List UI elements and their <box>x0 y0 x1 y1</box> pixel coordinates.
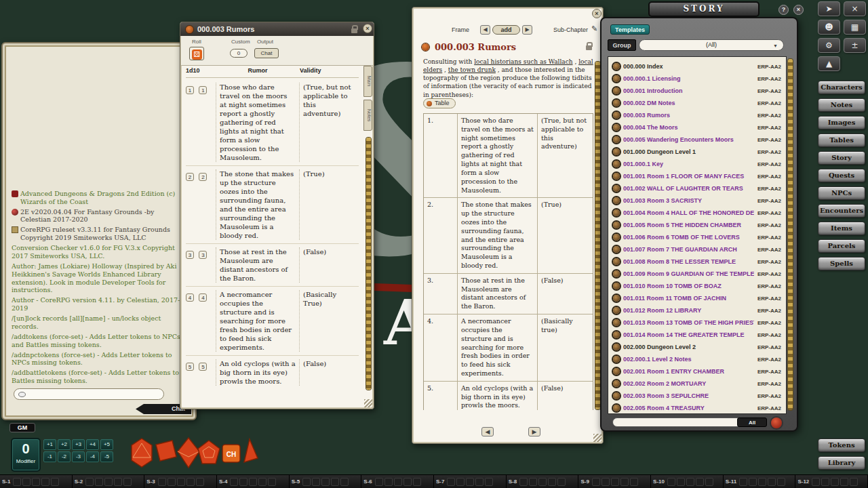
table-row[interactable]: 2 2 The stone that makes up the structur… <box>186 165 359 243</box>
help-button[interactable]: ? <box>778 5 789 15</box>
hotbar-slot[interactable] <box>41 478 50 486</box>
die-d20[interactable] <box>132 439 152 467</box>
hotbar-slot[interactable] <box>268 478 276 486</box>
list-item[interactable]: 000.001 Introduction ERP-AA2 <box>608 85 786 97</box>
collapse-tool-icon[interactable]: ▲ <box>818 56 840 71</box>
chat-input[interactable] <box>29 391 159 398</box>
list-item[interactable]: 002.000 Dungeon Level 2 ERP-AA2 <box>608 341 786 353</box>
list-item[interactable]: 001.004 Room 4 HALL OF THE HONORED DEAD … <box>608 207 786 219</box>
hotbar-slot[interactable] <box>466 478 474 486</box>
sidebar-button[interactable]: Items <box>818 222 865 235</box>
output-chat-button[interactable]: Chat <box>254 48 279 58</box>
die-d12[interactable] <box>198 441 220 464</box>
sidebar-button[interactable]: Spells <box>818 257 865 270</box>
die-d6[interactable] <box>156 441 176 461</box>
hotbar-slot[interactable] <box>705 478 713 486</box>
list-item[interactable]: 001.011 Room 11 TOMB OF JACHIN ERP-AA2 <box>608 292 786 304</box>
hotbar-slot[interactable] <box>258 478 267 486</box>
hotbar-slot[interactable] <box>123 478 132 486</box>
hotbar-slot[interactable] <box>302 478 311 486</box>
list-item[interactable]: 001.014 Room 14 THE GREATER TEMPLE ERP-A… <box>608 329 786 341</box>
hotbar-slot[interactable] <box>831 478 839 486</box>
hotbar-slot[interactable] <box>519 478 528 486</box>
hotbar-slot[interactable] <box>529 478 537 486</box>
hotbar-slot[interactable] <box>32 478 40 486</box>
scrollbar[interactable] <box>788 59 793 410</box>
list-item[interactable]: 001.013 Room 13 TOMB OF THE HIGH PRIEST … <box>608 317 786 329</box>
hotbar-slot[interactable] <box>840 478 848 486</box>
modifier-button[interactable]: -2 <box>58 451 71 462</box>
modifier-button[interactable]: -5 <box>100 451 113 462</box>
tab-main[interactable]: Main <box>363 66 372 97</box>
table-row[interactable]: 1 1 Those who dare travel on the moors a… <box>186 79 359 165</box>
list-item[interactable]: 000.003 Rumors ERP-AA2 <box>608 109 786 121</box>
modifier-box[interactable]: 0 Modifier <box>11 438 41 472</box>
sidebar-button[interactable]: Parcels <box>818 239 865 253</box>
scrollbar[interactable] <box>595 62 600 409</box>
calendar-tool-icon[interactable]: ▦ <box>844 20 866 35</box>
hotbar-slot[interactable] <box>394 478 402 486</box>
hotbar-slot[interactable] <box>22 478 31 486</box>
sidebar-button[interactable]: NPCs <box>818 186 865 200</box>
sidebar-button[interactable]: Tables <box>818 134 865 147</box>
modifier-button[interactable]: -3 <box>72 451 85 462</box>
hotbar-slot[interactable] <box>384 478 393 486</box>
characters-tool-icon[interactable]: ☻ <box>818 20 840 35</box>
options-gear-icon[interactable]: ⚙ <box>818 38 840 53</box>
hotbar-slot[interactable] <box>239 478 248 486</box>
list-item[interactable]: 000.000 Index ERP-AA2 <box>608 60 786 73</box>
list-item[interactable]: 000.005 Wandering Encounters Moors ERP-A… <box>608 134 786 146</box>
edit-pencil-icon[interactable]: ✎ <box>591 24 597 33</box>
sidebar-button[interactable]: Notes <box>818 98 865 112</box>
hotbar-slot[interactable] <box>312 478 320 486</box>
list-item[interactable]: 002.005 Room 4 TREASURY ERP-AA2 <box>608 402 786 414</box>
hotbar-slot[interactable] <box>167 478 176 486</box>
hotbar-slot[interactable] <box>696 478 704 486</box>
pointer-tool-icon[interactable]: ➤ <box>818 1 840 16</box>
page-prev-button[interactable]: ◀ <box>481 427 494 436</box>
list-item[interactable]: 001.012 Room 12 LIBRARY ERP-AA2 <box>608 304 786 317</box>
tab-notes[interactable]: Notes <box>363 100 372 131</box>
group-dropdown[interactable]: (All) ▼ <box>639 39 784 51</box>
modifier-button[interactable]: -4 <box>86 451 99 462</box>
hotbar-slot[interactable] <box>340 478 349 486</box>
templates-button[interactable]: Templates <box>610 24 650 35</box>
hotbar-slot[interactable] <box>331 478 339 486</box>
sidebar-button[interactable]: Library <box>818 456 865 470</box>
hotbar-slot[interactable] <box>538 478 547 486</box>
die-d4[interactable] <box>244 439 258 462</box>
modifiers-tool-icon[interactable]: ± <box>844 38 866 53</box>
close-button[interactable]: × <box>592 9 601 18</box>
filter-all-button[interactable]: All <box>737 418 767 427</box>
list-item[interactable]: 000.004 The Moors ERP-AA2 <box>608 121 786 134</box>
list-item[interactable]: 001.008 Room 8 THE LESSER TEMPLE ERP-AA2 <box>608 256 786 268</box>
hotbar-slot[interactable] <box>249 478 257 486</box>
list-item[interactable]: 002.000.1 Level 2 Notes ERP-AA2 <box>608 353 786 365</box>
list-item[interactable]: 001.003 Room 3 SACRISTY ERP-AA2 <box>608 195 786 207</box>
hotbar-slot[interactable] <box>677 478 685 486</box>
window-titlebar[interactable]: 000.003 Rumors <box>180 22 374 36</box>
hotbar-slot[interactable] <box>821 478 829 486</box>
hotbar-slot[interactable] <box>812 478 820 486</box>
hotbar-slot[interactable] <box>375 478 383 486</box>
hotbar-slot[interactable] <box>230 478 238 486</box>
list-item[interactable]: 002.003 Room 3 SEPULCHRE ERP-AA2 <box>608 390 786 402</box>
hotbar-slot[interactable] <box>749 478 757 486</box>
hotbar-slot[interactable] <box>485 478 493 486</box>
list-item[interactable]: 001.002 WALL OF LAUGHTER OR TEARS ERP-AA… <box>608 182 786 195</box>
close-button[interactable]: × <box>363 24 372 33</box>
sidebar-button[interactable]: Quests <box>818 169 865 182</box>
frame-next-button[interactable]: ▶ <box>522 25 532 35</box>
hotbar-slot[interactable] <box>777 478 785 486</box>
resize-grip[interactable] <box>364 399 372 407</box>
list-item[interactable]: 000.000.1 Licensing ERP-AA2 <box>608 73 786 85</box>
table-link-button[interactable]: Table <box>423 98 456 108</box>
hotbar-slot[interactable] <box>686 478 694 486</box>
hotbar-slot[interactable] <box>51 478 59 486</box>
list-item[interactable]: 002.001 Room 1 ENTRY CHAMBER ERP-AA2 <box>608 365 786 378</box>
story-list[interactable]: 000.000 Index ERP-AA2 000.000.1 Licensin… <box>608 56 787 414</box>
story-panel-title[interactable]: STORY <box>648 1 760 17</box>
hotbar-slot[interactable] <box>186 478 195 486</box>
lock-icon[interactable] <box>586 45 592 50</box>
list-item[interactable]: 001.001 Room 1 FLOOR OF MANY FACES ERP-A… <box>608 170 786 182</box>
